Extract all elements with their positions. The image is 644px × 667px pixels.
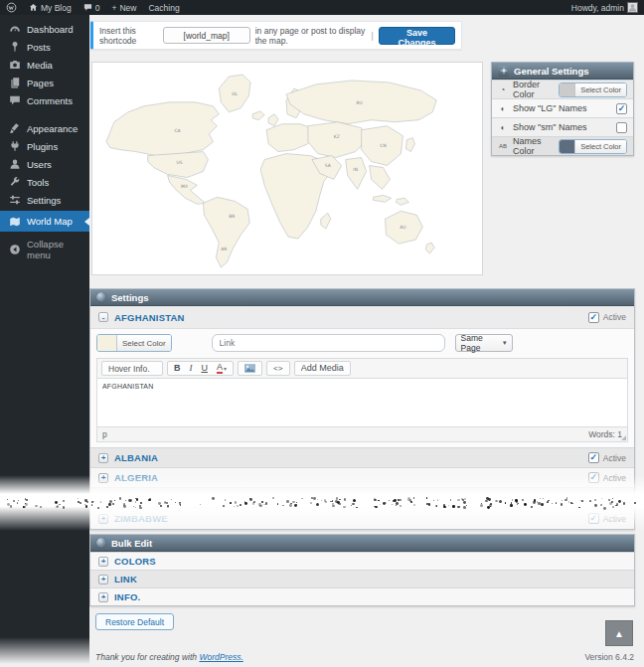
country-name-link[interactable]: ANGOLA bbox=[114, 492, 156, 503]
adminbar-account-link[interactable]: Howdy, admin bbox=[565, 2, 644, 13]
country-shapes[interactable] bbox=[106, 75, 436, 267]
country-name-link[interactable]: ZIMBABWE bbox=[114, 513, 168, 524]
sidebar-collapse-menu[interactable]: Collapse menu bbox=[0, 241, 89, 258]
sidebar-item-label: Comments bbox=[27, 95, 73, 106]
bulk-edit-header: Bulk Edit bbox=[90, 535, 634, 552]
thanks-text: Thank you for creating with bbox=[95, 652, 199, 662]
text-color-button[interactable]: A ▾ bbox=[217, 363, 227, 374]
notice-text-before: Insert this shortcode bbox=[99, 26, 158, 46]
active-checkbox[interactable]: ✓ bbox=[588, 452, 599, 463]
bulk-edit-title: Bulk Edit bbox=[111, 538, 152, 549]
adminbar-new-link[interactable]: + New bbox=[105, 0, 142, 15]
svg-text:US: US bbox=[176, 160, 182, 165]
wordpress-link[interactable]: WordPress. bbox=[199, 652, 242, 662]
select-color-label: Select Color bbox=[575, 83, 626, 96]
collapse-arrow-icon bbox=[9, 244, 21, 255]
globe-icon bbox=[96, 538, 106, 548]
version-text: Version 6.4.2 bbox=[584, 652, 634, 662]
italic-button[interactable]: I bbox=[190, 364, 193, 373]
save-changes-button[interactable]: Save Changes bbox=[379, 27, 455, 45]
show-lg-names-checkbox[interactable]: ✓ bbox=[616, 103, 627, 114]
world-map-icon bbox=[9, 216, 21, 228]
resize-grip[interactable] bbox=[621, 435, 626, 440]
sidebar-item-world-map[interactable]: World Map bbox=[0, 211, 89, 232]
country-name-link[interactable]: AFGHANISTAN bbox=[114, 312, 185, 323]
sidebar-item-appearance[interactable]: Appearance bbox=[0, 119, 89, 137]
expand-toggle[interactable]: + bbox=[98, 473, 108, 483]
insert-image-button[interactable] bbox=[238, 361, 262, 376]
hover-info-editor[interactable]: AFGHANISTAN bbox=[96, 378, 628, 427]
active-checkbox[interactable]: ✓ bbox=[588, 492, 599, 503]
pushpin-icon bbox=[9, 41, 21, 53]
country-name-link[interactable]: ALBANIA bbox=[114, 452, 158, 463]
active-checkbox[interactable]: ✓ bbox=[588, 312, 599, 323]
expand-toggle[interactable]: + bbox=[98, 453, 108, 463]
adminbar-site-link[interactable]: My Blog bbox=[23, 0, 78, 15]
sidebar-item-settings[interactable]: Settings bbox=[0, 191, 89, 209]
ab-text-icon: AB bbox=[498, 143, 508, 149]
up-arrow-icon: ▲ bbox=[614, 628, 624, 639]
active-checkbox[interactable]: ✓ bbox=[588, 513, 599, 524]
sidebar-item-dashboard[interactable]: Dashboard bbox=[0, 20, 89, 38]
add-media-button[interactable]: Add Media bbox=[294, 361, 351, 376]
scroll-to-top-button[interactable]: ▲ bbox=[605, 620, 633, 646]
link-input[interactable] bbox=[212, 334, 445, 352]
settings-panel: Settings - AFGHANISTAN ✓ Active Select C… bbox=[89, 288, 635, 530]
active-checkbox[interactable]: ✓ bbox=[588, 472, 599, 483]
sidebar-item-label: Users bbox=[27, 159, 52, 170]
settings-title: Settings bbox=[111, 292, 148, 303]
sidebar-item-tools[interactable]: Tools bbox=[0, 173, 89, 191]
bold-button[interactable]: B bbox=[174, 364, 181, 373]
show-sm-names-checkbox[interactable] bbox=[616, 122, 627, 133]
shortcode-input[interactable] bbox=[163, 27, 250, 44]
expand-toggle[interactable]: + bbox=[98, 575, 108, 584]
adminbar-caching-link[interactable]: Caching bbox=[142, 0, 185, 15]
link-target-select[interactable]: Same Page ▾ bbox=[455, 334, 513, 352]
expand-toggle[interactable]: + bbox=[98, 514, 108, 524]
restore-default-button[interactable]: Restore Default bbox=[95, 613, 174, 630]
brush-icon bbox=[9, 122, 21, 134]
world-map-preview[interactable]: GLCAUSMXBRARRUKZCNINSAAU bbox=[92, 63, 482, 274]
wordpress-logo-icon bbox=[6, 2, 17, 13]
angola-row: + ANGOLA ✓ Active bbox=[90, 487, 634, 507]
sidebar-item-plugins[interactable]: Plugins bbox=[0, 137, 89, 155]
sidebar-item-posts[interactable]: Posts bbox=[0, 38, 89, 56]
sidebar-item-label: Settings bbox=[27, 195, 61, 206]
text-color-a: A bbox=[217, 363, 223, 374]
collapse-toggle[interactable]: - bbox=[98, 312, 108, 322]
new-label: New bbox=[119, 3, 136, 13]
adminbar-comments-link[interactable]: 0 bbox=[78, 0, 106, 15]
sidebar-item-comments[interactable]: Comments bbox=[0, 91, 89, 109]
svg-text:AU: AU bbox=[400, 225, 405, 230]
wrench-icon bbox=[9, 176, 21, 188]
svg-text:MX: MX bbox=[181, 184, 188, 189]
svg-text:IN: IN bbox=[353, 167, 358, 172]
active-label: Active bbox=[603, 453, 626, 463]
bulk-row-link[interactable]: INFO. bbox=[114, 591, 140, 602]
names-color-swatch bbox=[560, 140, 575, 153]
comment-bubble-icon bbox=[83, 3, 92, 12]
names-color-picker-button[interactable]: Select Color bbox=[559, 139, 627, 154]
bulk-row-link[interactable]: LINK bbox=[114, 574, 137, 584]
expand-toggle[interactable]: + bbox=[98, 592, 108, 602]
country-name-link[interactable]: ALGERIA bbox=[114, 472, 158, 483]
underline-button[interactable]: U bbox=[202, 364, 209, 373]
editor-toolbar: Hover Info. B I U A ▾ <> Add Media bbox=[96, 358, 628, 378]
sidebar-item-pages[interactable]: Pages bbox=[0, 74, 89, 91]
border-color-picker-button[interactable]: Select Color bbox=[559, 83, 627, 97]
comment-count: 0 bbox=[95, 3, 100, 13]
expand-toggle[interactable]: + bbox=[98, 557, 108, 567]
svg-text:AR: AR bbox=[221, 247, 227, 251]
code-button[interactable]: <> bbox=[266, 361, 290, 376]
general-settings-header: General Settings bbox=[492, 63, 633, 80]
sidebar-bottom-fade bbox=[0, 637, 89, 667]
sidebar-item-media[interactable]: Media bbox=[0, 56, 89, 74]
admin-bar: My Blog 0 + New Caching Howdy, admin bbox=[0, 0, 644, 15]
wordpress-logo-menu[interactable] bbox=[0, 0, 23, 15]
expand-toggle[interactable]: + bbox=[98, 493, 108, 503]
sidebar-item-users[interactable]: Users bbox=[0, 155, 89, 173]
country-color-picker-button[interactable]: Select Color bbox=[96, 334, 172, 352]
bulk-row-link[interactable]: COLORS bbox=[114, 556, 156, 567]
border-color-icon: ◔ bbox=[498, 85, 508, 94]
svg-text:KZ: KZ bbox=[334, 134, 340, 139]
